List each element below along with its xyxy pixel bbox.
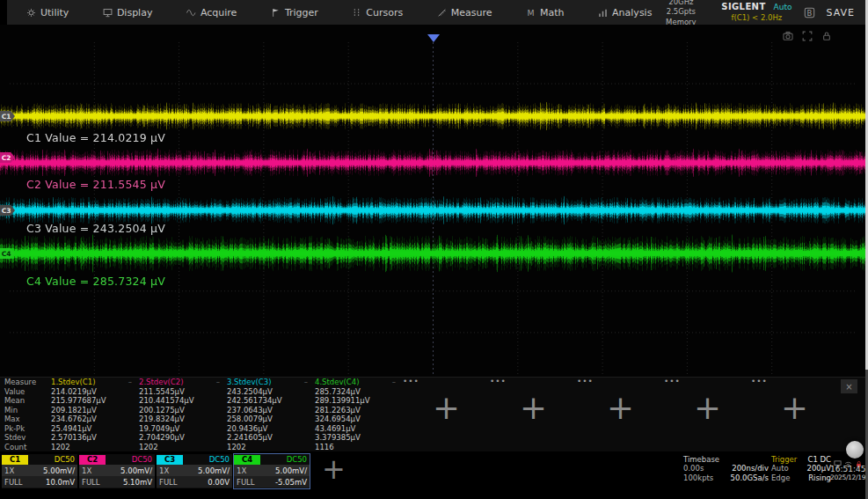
trigger-panel[interactable]: Trigger C1 DC Auto 200μV Edge Rising [771,455,831,482]
measure-close-button[interactable]: × [841,379,857,393]
channel-box-c2[interactable]: C2DC501X5.00mV/FULL5.10mV [79,454,155,488]
measure-cell: 1202 [51,443,139,452]
add-channel-button[interactable]: + [322,455,346,483]
trace-value-label-c2: C2 Value = 211.5545 μV [26,178,165,191]
channel-offset: 10.0mV [46,478,75,487]
menu-item-math[interactable]: MMath [526,7,565,18]
bottom-bar: C1DC501X5.00mV/FULL10.0mVC2DC501X5.00mV/… [0,453,865,490]
clock-date: 2025/12/19 [830,473,865,481]
menu-item-analysis[interactable]: Analysis [598,7,652,18]
screen-lock-icon[interactable] [821,28,832,45]
measure-columns: 1.Stdev(C1)–214.0219μV215.977687μV209.18… [51,378,838,451]
measure-column-1[interactable]: 1.Stdev(C1)–214.0219μV215.977687μV209.18… [51,378,139,451]
display-corner-icons [783,28,832,45]
menu-item-acquire[interactable]: Acquire [186,7,237,18]
waveform-traces [0,25,865,377]
flag-icon [271,8,281,18]
measure-cell: 210.441574μV [139,396,227,406]
trigger-position-marker[interactable] [427,34,440,42]
add-measurement-button[interactable]: + [694,392,721,424]
trigger-mode: Auto [771,464,807,473]
collapse-column-button[interactable]: – [216,378,227,387]
measure-empty-slot: •••+ [490,378,577,451]
measure-row-labels: MeasureValueMeanMinMaxPk-PkStdevCount [0,378,51,451]
timebase-panel[interactable]: Timebase 0.00s 200ns/div 100kpts 50.0GSa… [683,455,769,482]
trace-value-label-c3: C3 Value = 243.2504 μV [26,222,165,235]
timebase-delay: 0.00s [683,464,731,473]
menu-items: UtilityDisplayAcquireTriggerCursorsMeasu… [7,7,652,18]
trace-value-label-c1: C1 Value = 214.0219 μV [26,131,165,144]
channel-box-c1[interactable]: C1DC501X5.00mV/FULL10.0mV [2,454,77,488]
measure-cell: 237.0643μV [227,406,315,415]
measure-column-3[interactable]: 3.Stdev(C3)–243.2504μV242.561734μV237.06… [227,378,315,451]
trigger-source: C1 DC [807,455,831,464]
collapse-column-button[interactable]: – [304,378,315,387]
menu-item-cursors[interactable]: Cursors [352,7,403,18]
menu-item-measure[interactable]: Measure [437,7,492,18]
menu-item-utility[interactable]: Utility [26,7,69,18]
measure-row-label: Measure [4,378,51,387]
measure-empty-slot: •••+ [751,378,838,451]
channel-coupling: DC50 [132,455,155,464]
save-button[interactable]: SAVE [827,7,855,18]
menubar-right: 20GHz 2.5Gpts Memory SIGLENT Auto f(C1) … [652,0,865,27]
measure-column-header[interactable]: 2.Stdev(C2) [139,378,183,387]
menu-item-label: Trigger [285,7,318,18]
channel-attenuation: 1X [4,466,14,475]
wifi-icon[interactable] [844,455,852,464]
add-measurement-button[interactable]: + [781,392,808,424]
svg-text:M: M [528,8,535,18]
channel-attenuation: 1X [159,466,169,475]
menu-item-trigger[interactable]: Trigger [271,7,318,18]
measure-column-header[interactable]: 1.Stdev(C1) [51,378,95,387]
menu-item-label: Utility [40,7,69,18]
measure-cell: 1202 [139,443,227,452]
b-icon[interactable]: B [804,7,815,18]
timebase-scale: 200ns/div [731,464,769,473]
collapse-column-button[interactable]: – [392,378,403,387]
measure-cell: 289.139911μV [315,396,403,406]
fullscreen-icon[interactable] [802,28,813,45]
frequency-counter: f(C1) < 2.0Hz [721,13,791,23]
collapse-column-button[interactable]: – [128,378,139,387]
measure-cell: 219.8324μV [139,415,227,424]
gear-icon [26,8,36,18]
channel-bandwidth: FULL [237,478,255,487]
slot-more-button[interactable]: ••• [664,378,681,387]
measure-cell: 242.561734μV [227,396,315,406]
timebase-title: Timebase [683,455,719,464]
measure-column-header[interactable]: 3.Stdev(C3) [227,378,271,387]
channel-coupling: DC50 [287,455,310,464]
brand-block: SIGLENT Auto f(C1) < 2.0Hz [721,2,791,22]
add-measurement-button[interactable]: + [433,392,460,424]
channel-offset: 0.00V [208,478,230,487]
measure-column-header[interactable]: 4.Stdev(C4) [315,378,359,387]
channel-chip: C1 [2,455,28,465]
add-measurement-button[interactable]: + [607,392,634,424]
screenshot-icon[interactable] [783,28,793,45]
channel-coupling: DC50 [209,455,232,464]
trigger-type: Edge [771,473,807,482]
measure-row-label: Min [4,406,51,415]
measure-column-4[interactable]: 4.Stdev(C4)–285.7324μV289.139911μV281.22… [315,378,403,451]
slot-more-button[interactable]: ••• [751,378,768,387]
menu-item-label: Measure [451,7,492,18]
measure-empty-slot: •••+ [664,378,751,451]
slot-more-button[interactable]: ••• [403,378,419,387]
status-cluster: 16:51:45 2025/12/19 [830,455,865,481]
channel-box-c4[interactable]: C4DC501X5.00mV/FULL-5.05mV [234,454,310,488]
menu-item-display[interactable]: Display [103,7,153,18]
measure-row-label: Count [4,443,51,452]
measure-cell: 19.7049μV [139,424,227,434]
slot-more-button[interactable]: ••• [577,378,594,387]
slot-more-button[interactable]: ••• [490,378,507,387]
channel-bandwidth: FULL [4,478,23,487]
measure-column-2[interactable]: 2.Stdev(C2)–211.5545μV210.441574μV200.12… [139,378,227,451]
timebase-samplerate: 50.0GSa/s [731,473,769,482]
clock-time: 16:51:45 [830,465,865,473]
add-measurement-button[interactable]: + [520,392,547,424]
lock-icon[interactable] [855,455,863,464]
acquisition-info[interactable]: 20GHz 2.5Gpts Memory [652,0,710,27]
channel-box-c3[interactable]: C3DC501X5.00mV/FULL0.00V [157,454,232,488]
lan-icon[interactable] [834,455,842,464]
